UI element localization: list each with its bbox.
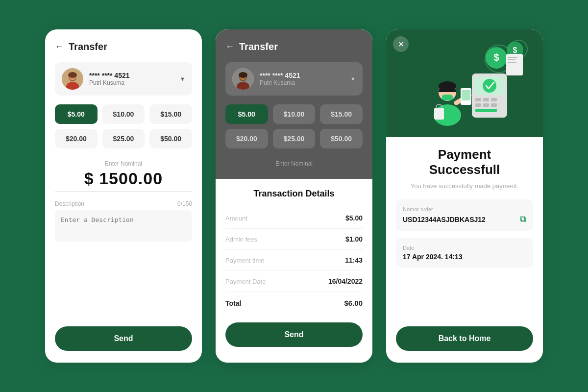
card2-amount-btn-5[interactable]: $50.00 xyxy=(320,129,363,148)
card2-account-box[interactable]: **** **** 4521 Putri Kusuma ▼ xyxy=(225,62,363,96)
amount-btn-0[interactable]: $5.00 xyxy=(55,104,98,124)
card2-account-info: **** **** 4521 Putri Kusuma xyxy=(260,72,344,86)
payment-success-subtitle: You have successfully made payment. xyxy=(396,182,533,190)
svg-text:$: $ xyxy=(513,46,517,54)
copy-icon[interactable]: ⧉ xyxy=(520,214,526,224)
payment-illustration: $ $ xyxy=(401,39,528,127)
svg-point-22 xyxy=(483,79,496,93)
card2-amount-btn-3[interactable]: $20.00 xyxy=(225,129,268,148)
payment-success-card: ✕ $ $ xyxy=(386,29,543,363)
tx-row-admin: Admin fees $1.00 xyxy=(225,229,363,250)
svg-rect-27 xyxy=(483,103,489,107)
svg-rect-29 xyxy=(475,109,497,112)
tx-value-admin: $1.00 xyxy=(345,235,363,243)
card2-title: Transfer xyxy=(239,41,278,52)
card2-chevron-icon: ▼ xyxy=(350,76,356,82)
tx-row-date: Payment Date 16/04/2022 xyxy=(225,271,363,292)
amount-btn-2[interactable]: $15.00 xyxy=(149,104,192,124)
card3-body: Payment Successfull You have successfull… xyxy=(386,137,543,363)
amount-btn-4[interactable]: $25.00 xyxy=(102,129,145,148)
payment-success-title: Payment Successfull xyxy=(396,147,533,177)
card1-description-header: Description 0/150 xyxy=(55,200,192,207)
card1-title: Transfer xyxy=(69,41,107,52)
card1-account-info: **** **** 4521 Putri Kusuma xyxy=(89,72,174,86)
transaction-details-card: ← Transfer **** **** 4521 Putri Kusuma ▼… xyxy=(216,29,372,363)
date-label: Date xyxy=(403,245,526,251)
svg-rect-25 xyxy=(491,98,497,101)
svg-rect-24 xyxy=(483,98,489,101)
card3-illustration: ✕ $ $ xyxy=(386,29,543,137)
svg-rect-18 xyxy=(508,59,515,60)
tx-label-amount: Amount xyxy=(225,215,247,222)
order-number-value: USD12344ASJDBKASJ12 xyxy=(403,216,486,223)
card2-avatar xyxy=(232,68,254,90)
svg-rect-26 xyxy=(475,103,481,107)
card2-send-button[interactable]: Send xyxy=(225,322,363,347)
amount-btn-1[interactable]: $10.00 xyxy=(102,104,145,124)
tx-value-amount: $5.00 xyxy=(345,214,363,222)
card1-account-box[interactable]: **** **** 4521 Putri Kusuma ▼ xyxy=(55,62,192,96)
tx-total-value: $6.00 xyxy=(344,299,363,307)
card1-avatar xyxy=(62,68,83,90)
card2-top: ← Transfer **** **** 4521 Putri Kusuma ▼… xyxy=(216,29,372,179)
card2-nominal-label: Enter Nominal xyxy=(225,160,363,167)
card1-account-number: **** **** 4521 xyxy=(89,72,174,79)
card2-amount-btn-2[interactable]: $15.00 xyxy=(320,104,363,124)
amount-btn-3[interactable]: $20.00 xyxy=(55,129,98,148)
card1-nominal-value: $ 1500.00 xyxy=(55,169,192,188)
svg-rect-19 xyxy=(508,62,516,63)
card1-nominal-label: Enter Nominal xyxy=(55,160,192,167)
svg-rect-35 xyxy=(462,90,470,100)
card2-account-number: **** **** 4521 xyxy=(260,72,344,79)
order-number-row: USD12344ASJDBKASJ12 ⧉ xyxy=(403,214,526,224)
tx-row-total: Total $6.00 xyxy=(225,292,363,314)
amount-btn-5[interactable]: $50.00 xyxy=(149,129,192,148)
card3-close-button[interactable]: ✕ xyxy=(393,36,409,52)
card1-header: ← Transfer xyxy=(55,41,192,52)
tx-total-label: Total xyxy=(225,299,241,307)
card2-transaction-details: Transaction Details Amount $5.00 Admin f… xyxy=(216,179,372,363)
card2-amount-grid: $5.00 $10.00 $15.00 $20.00 $25.00 $50.00 xyxy=(225,104,363,148)
card2-header: ← Transfer xyxy=(225,41,363,52)
card1-description-count: 0/150 xyxy=(177,200,192,207)
tx-row-amount: Amount $5.00 xyxy=(225,208,363,229)
date-value: 17 Apr 2024. 14:13 xyxy=(403,253,526,261)
transfer-form-card: ← Transfer **** **** 4521 Putri Kusuma ▼… xyxy=(45,29,202,363)
order-number-box: Nomor order USD12344ASJDBKASJ12 ⧉ xyxy=(396,199,533,231)
card1-amount-grid: $5.00 $10.00 $15.00 $20.00 $25.00 $50.00 xyxy=(55,104,192,148)
tx-label-time: Payment time xyxy=(225,257,264,264)
svg-point-4 xyxy=(68,72,77,78)
tx-value-date: 16/04/2022 xyxy=(328,277,363,285)
svg-rect-33 xyxy=(442,95,453,100)
svg-rect-36 xyxy=(434,108,444,120)
card2-tx-title: Transaction Details xyxy=(225,189,363,199)
date-box: Date 17 Apr 2024. 14:13 xyxy=(396,238,533,268)
back-home-button[interactable]: Back to Home xyxy=(396,326,533,351)
tx-row-time: Payment time 11:43 xyxy=(225,250,363,271)
tx-value-time: 11:43 xyxy=(345,256,363,264)
svg-rect-28 xyxy=(491,103,497,107)
close-icon: ✕ xyxy=(398,40,404,49)
order-number-label: Nomor order xyxy=(403,206,526,212)
svg-text:$: $ xyxy=(493,52,499,63)
card1-back-arrow[interactable]: ← xyxy=(55,42,64,52)
card1-description-input[interactable] xyxy=(55,210,192,242)
svg-rect-23 xyxy=(475,98,481,101)
svg-point-9 xyxy=(239,72,247,78)
tx-label-date: Payment Date xyxy=(225,278,266,285)
tx-label-admin: Admin fees xyxy=(225,236,257,243)
card1-account-name: Putri Kusuma xyxy=(89,79,174,86)
card1-nominal-divider xyxy=(55,191,192,192)
card2-amount-btn-4[interactable]: $25.00 xyxy=(273,129,316,148)
card2-back-arrow[interactable]: ← xyxy=(225,42,234,52)
card1-send-button[interactable]: Send xyxy=(55,326,192,351)
card1-description-label: Description xyxy=(55,200,84,207)
card2-account-name: Putri Kusuma xyxy=(260,79,344,86)
card2-amount-btn-1[interactable]: $10.00 xyxy=(273,104,316,124)
card1-chevron-icon: ▼ xyxy=(180,76,185,82)
svg-rect-17 xyxy=(508,57,517,58)
card2-amount-btn-0[interactable]: $5.00 xyxy=(225,104,268,124)
